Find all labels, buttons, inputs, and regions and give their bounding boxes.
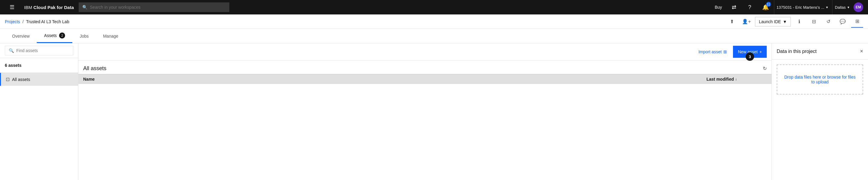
notification-badge: 11 (766, 2, 771, 7)
launch-ide-chevron: ▼ (783, 19, 787, 24)
new-asset-plus-icon: + (760, 49, 762, 54)
new-asset-button[interactable]: New asset + 3 (733, 46, 767, 58)
assets-toolbar: 🔍 (0, 43, 78, 58)
find-assets-icon: 🔍 (9, 48, 14, 53)
table-header-row: Name Last modified ↓ (79, 74, 772, 84)
tab-assets[interactable]: Assets 2 (37, 29, 72, 43)
app-title: IBM Cloud Pak for Data (24, 5, 74, 10)
tabs-bar: Overview Assets 2 Jobs Manage (0, 29, 868, 43)
tab-overview[interactable]: Overview (5, 30, 37, 43)
drop-zone[interactable]: Drop data files here or browse for files… (777, 64, 863, 95)
breadcrumb-actions: ⬆ 👤+ Launch IDE ▼ ℹ ⊟ ↺ 💬 ⊞ (726, 16, 863, 28)
close-right-panel-button[interactable]: × (860, 48, 863, 55)
region-selector[interactable]: Dallas ▼ (832, 0, 852, 14)
breadcrumb: Projects / Trusted AI L3 Tech Lab (5, 19, 69, 24)
hamburger-menu[interactable]: ☰ (5, 0, 19, 14)
notification-icon[interactable]: 🔔 11 (758, 0, 773, 14)
launch-ide-label: Launch IDE (759, 19, 781, 24)
import-asset-label: Import asset (698, 49, 721, 54)
nav-left: ☰ IBM Cloud Pak for Data 🔍 (5, 0, 706, 14)
app-title-bold: Cloud Pak for Data (33, 5, 74, 10)
new-asset-step-badge: 3 (746, 52, 754, 61)
tab-jobs[interactable]: Jobs (72, 30, 96, 43)
schedule-icon[interactable]: ⊟ (808, 16, 820, 28)
center-panel: Import asset ⊞ New asset + 3 All assets … (79, 43, 772, 180)
grid-view-icon[interactable]: ⊞ (851, 16, 863, 28)
info-icon[interactable]: ℹ (793, 16, 805, 28)
current-project: Trusted AI L3 Tech Lab (26, 19, 69, 24)
history-icon[interactable]: ↺ (822, 16, 834, 28)
drop-zone-text: Drop data files here or browse for files… (782, 75, 858, 84)
user-account-chevron: ▼ (826, 6, 829, 9)
breadcrumb-bar: Projects / Trusted AI L3 Tech Lab ⬆ 👤+ L… (0, 14, 868, 29)
all-assets-icon: ⊡ (6, 76, 10, 82)
main-content: 🔍 6 assets ⊡ All assets Import asset ⊞ N… (0, 43, 868, 180)
import-asset-button[interactable]: Import asset ⊞ (695, 47, 731, 57)
search-icon: 🔍 (82, 5, 87, 10)
tab-overview-label: Overview (12, 34, 30, 39)
user-account[interactable]: 1375031 - Eric Martens's ... ▼ (774, 0, 831, 14)
right-panel-title: Data in this project (777, 49, 817, 54)
search-bar[interactable]: 🔍 (79, 2, 229, 12)
top-navigation: ☰ IBM Cloud Pak for Data 🔍 Buy ⇄ ? 🔔 11 … (0, 0, 868, 14)
projects-link[interactable]: Projects (5, 19, 20, 24)
connect-icon[interactable]: ⇄ (727, 0, 741, 14)
left-panel: 🔍 6 assets ⊡ All assets (0, 43, 79, 180)
add-collaborator-icon[interactable]: 👤+ (741, 16, 752, 28)
user-account-label: 1375031 - Eric Martens's ... (777, 5, 825, 10)
center-toolbar: Import asset ⊞ New asset + 3 (79, 43, 772, 61)
upload-icon[interactable]: ⬆ (726, 16, 738, 28)
right-panel-header: Data in this project × (772, 43, 868, 60)
right-panel: Data in this project × Drop data files h… (772, 43, 868, 180)
all-assets-label: All assets (12, 77, 30, 82)
th-name-label: Name (83, 77, 95, 81)
search-input[interactable] (90, 5, 226, 10)
help-icon[interactable]: ? (743, 0, 757, 14)
region-chevron: ▼ (847, 6, 850, 9)
sidebar-item-all-assets[interactable]: ⊡ All assets (0, 73, 78, 86)
all-assets-heading: All assets (83, 65, 106, 72)
tab-assets-label: Assets (44, 33, 57, 38)
nav-right: Buy ⇄ ? 🔔 11 1375031 - Eric Martens's ..… (711, 0, 863, 14)
all-assets-header: All assets ↻ (79, 61, 772, 74)
tab-manage[interactable]: Manage (96, 30, 126, 43)
import-asset-icon: ⊞ (723, 49, 727, 54)
find-assets-search[interactable]: 🔍 (5, 46, 73, 56)
avatar[interactable]: EM (854, 2, 863, 12)
buy-button[interactable]: Buy (711, 0, 725, 14)
th-last-modified[interactable]: Last modified ↓ (707, 77, 767, 81)
find-assets-input[interactable] (16, 48, 69, 53)
breadcrumb-separator: / (23, 19, 24, 24)
tab-manage-label: Manage (103, 34, 119, 39)
th-last-modified-label: Last modified (707, 77, 734, 81)
region-label: Dallas (835, 5, 846, 10)
launch-ide-button[interactable]: Launch IDE ▼ (755, 17, 791, 27)
assets-count: 6 assets (0, 58, 78, 73)
chat-icon[interactable]: 💬 (837, 16, 849, 28)
app-title-prefix: IBM (24, 5, 32, 10)
tab-assets-badge: 2 (59, 33, 65, 39)
th-name: Name (83, 77, 707, 81)
sort-icon: ↓ (735, 77, 737, 81)
refresh-icon[interactable]: ↻ (763, 66, 767, 71)
tab-jobs-label: Jobs (80, 34, 89, 39)
